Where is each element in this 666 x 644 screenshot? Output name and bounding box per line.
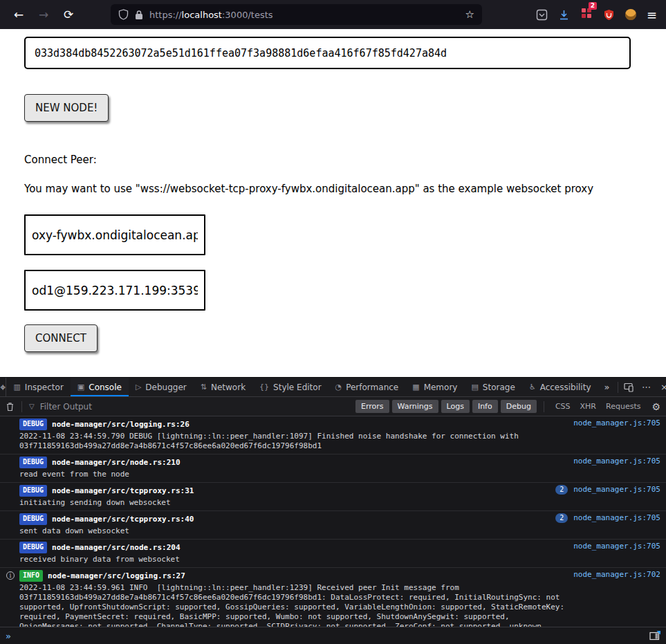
log-level-filters: Errors Warnings Logs Info Debug: [355, 400, 537, 413]
log-message: 2022-11-08 23:44:59.961 INFO [lightning:…: [19, 583, 566, 627]
page-content: NEW NODE! Connect Peer: You may want to …: [0, 29, 666, 377]
log-message: read event from the node: [19, 470, 566, 479]
tab-label: Network: [211, 383, 246, 392]
log-level-badge: DEBUG: [19, 457, 47, 468]
source-location-link[interactable]: node_manager.js:705: [573, 457, 660, 466]
console-prompt: »: [6, 631, 11, 641]
pick-element-icon: ⌖: [0, 381, 6, 394]
filter-logs-button[interactable]: Logs: [441, 400, 470, 413]
log-source: node-manager/src/tcpproxy.rs:40: [52, 515, 194, 524]
source-location-link[interactable]: node_manager.js:705: [573, 418, 660, 428]
tab-label: Debugger: [145, 383, 186, 392]
console-output[interactable]: DEBUG node-manager/src/logging.rs:26 202…: [0, 416, 666, 627]
console-message: DEBUG node-manager/src/node.rs:204 recei…: [0, 540, 666, 568]
forward-button[interactable]: →: [32, 4, 55, 25]
request-filters: CSS XHR Requests: [555, 402, 641, 411]
devtools-panel: ⌖ ▥Inspector ▣Console ▷Debugger ⇅Network…: [0, 377, 666, 644]
devtools-close-button[interactable]: ×: [656, 378, 666, 396]
log-level-badge: DEBUG: [19, 513, 47, 525]
tab-storage[interactable]: ▤Storage: [464, 378, 521, 396]
tracking-protection-icon[interactable]: [118, 9, 129, 20]
source-location-link[interactable]: node_manager.js:705: [573, 485, 660, 495]
log-level-badge: INFO: [19, 570, 43, 582]
url-bar[interactable]: https://localhost:3000/tests ☆: [111, 4, 482, 25]
url-text: https://localhost:3000/tests: [149, 10, 273, 20]
filter-css-button[interactable]: CSS: [555, 402, 571, 411]
bookmark-star-icon[interactable]: ☆: [465, 8, 474, 21]
tab-style-editor[interactable]: {}Style Editor: [252, 378, 328, 396]
url-path: :3000/tests: [222, 10, 273, 20]
log-source: node-manager/src/tcpproxy.rs:31: [52, 486, 194, 496]
log-message: sent data down websocket: [19, 526, 548, 536]
browser-toolbar: ← → ⟳ https://localhost:3000/tests ☆ 2 ≡: [0, 0, 666, 29]
peer-connection-input[interactable]: [24, 270, 205, 311]
lock-icon: [135, 10, 143, 20]
pick-element-button[interactable]: ⌖: [0, 378, 6, 396]
tab-memory[interactable]: ▦Memory: [405, 378, 464, 396]
filter-debug-button[interactable]: Debug: [501, 400, 537, 413]
log-source: node-manager/src/node.rs:204: [52, 543, 180, 553]
devtools-meatball-menu[interactable]: ⋯: [638, 378, 656, 396]
filter-icon: ▽: [29, 403, 35, 410]
storage-icon: ▤: [471, 383, 478, 392]
tab-accessibility[interactable]: ♿Accessibility: [522, 378, 598, 396]
tab-performance[interactable]: ◔Performance: [329, 378, 406, 396]
split-console-button[interactable]: [649, 631, 660, 641]
tab-overflow-button[interactable]: »: [598, 378, 616, 396]
source-location-link[interactable]: node_manager.js:705: [573, 513, 660, 523]
info-icon: [6, 571, 15, 580]
chevron-double-icon: »: [604, 382, 610, 392]
ublock-icon[interactable]: [603, 9, 615, 21]
connect-button[interactable]: CONNECT: [24, 324, 98, 352]
style-editor-icon: {}: [259, 383, 269, 392]
devtools-tabbar: ⌖ ▥Inspector ▣Console ▷Debugger ⇅Network…: [0, 377, 666, 397]
back-icon: ←: [14, 8, 24, 21]
cloud-extension-icon[interactable]: [625, 9, 636, 20]
accessibility-icon: ♿: [529, 383, 536, 392]
tab-console[interactable]: ▣Console: [71, 378, 129, 396]
separator: [618, 382, 618, 393]
log-level-badge: DEBUG: [19, 542, 47, 553]
responsive-design-icon: [624, 383, 633, 392]
console-icon: ▣: [77, 383, 84, 392]
network-icon: ⇅: [201, 383, 207, 392]
url-scheme: https://: [149, 10, 182, 20]
tab-debugger[interactable]: ▷Debugger: [129, 378, 194, 396]
filter-xhr-button[interactable]: XHR: [580, 402, 596, 411]
url-host: localhost: [182, 10, 222, 20]
console-settings-icon[interactable]: ⚙: [651, 401, 660, 412]
new-node-button[interactable]: NEW NODE!: [24, 94, 109, 122]
downloads-icon[interactable]: [558, 9, 570, 21]
repeat-count-badge: 2: [555, 513, 568, 523]
tab-inspector[interactable]: ▥Inspector: [6, 378, 70, 396]
console-message: DEBUG node-manager/src/tcpproxy.rs:31 in…: [0, 483, 666, 511]
filter-errors-button[interactable]: Errors: [355, 400, 389, 413]
filter-output-input[interactable]: [40, 402, 350, 412]
separator: [544, 401, 544, 412]
responsive-design-button[interactable]: [620, 378, 638, 396]
tab-label: Style Editor: [273, 383, 321, 392]
extension-icon[interactable]: 2: [580, 7, 593, 22]
forward-icon: →: [39, 8, 48, 21]
filter-warnings-button[interactable]: Warnings: [392, 400, 438, 413]
console-input-row[interactable]: »: [0, 627, 666, 644]
filter-requests-button[interactable]: Requests: [606, 402, 640, 411]
menu-icon[interactable]: ≡: [647, 8, 657, 22]
source-location-link[interactable]: node_manager.js:705: [573, 542, 660, 551]
reload-button[interactable]: ⟳: [57, 4, 80, 25]
tab-network[interactable]: ⇅Network: [194, 378, 252, 396]
console-message: INFO node-manager/src/logging.rs:27 2022…: [0, 568, 666, 627]
performance-icon: ◔: [335, 383, 342, 392]
split-console-icon: [649, 631, 660, 641]
pocket-save-icon[interactable]: [536, 9, 548, 21]
console-message: DEBUG node-manager/src/logging.rs:26 202…: [0, 416, 666, 454]
console-toolbar: ▽ Errors Warnings Logs Info Debug CSS XH…: [0, 397, 666, 416]
close-icon: ×: [660, 382, 666, 392]
filter-info-button[interactable]: Info: [472, 400, 498, 413]
log-level-badge: DEBUG: [19, 418, 47, 430]
source-location-link[interactable]: node_manager.js:702: [573, 570, 660, 580]
clear-console-icon[interactable]: [6, 402, 15, 412]
websocket-proxy-input[interactable]: [24, 214, 205, 255]
back-button[interactable]: ←: [7, 4, 30, 25]
node-id-input[interactable]: [24, 37, 631, 69]
